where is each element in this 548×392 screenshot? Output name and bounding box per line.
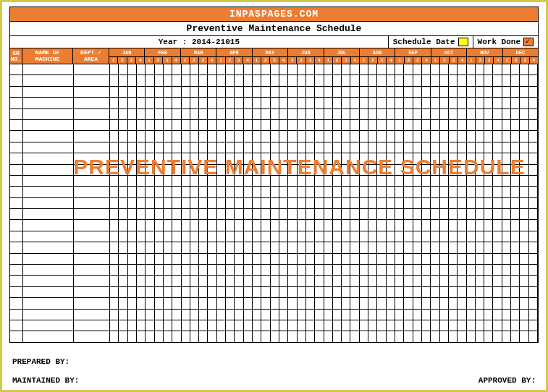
week-header: 4 — [279, 57, 288, 64]
month-header: AUG — [360, 48, 395, 57]
week-header: 1 — [288, 57, 297, 64]
table-row — [10, 254, 538, 265]
table-row — [10, 120, 538, 131]
legend-workdone-label: Work Done — [478, 38, 520, 46]
legend-schedule-label: Schedule Date — [393, 38, 455, 46]
maintained-by-label: MAINTAINED BY: — [12, 376, 79, 385]
week-header: 2 — [512, 57, 520, 64]
table-row — [10, 265, 538, 276]
table-row — [10, 165, 538, 176]
footer: PREPARED BY: MAINTAINED BY: APPROVED BY: — [2, 346, 546, 385]
week-header: 1 — [145, 57, 153, 64]
table-row — [10, 220, 538, 231]
week-header: 3 — [199, 57, 208, 64]
month-header: MAR — [181, 48, 216, 57]
table-row — [10, 98, 538, 108]
week-header: 1 — [467, 57, 476, 64]
week-header: 3 — [520, 57, 529, 64]
week-header: 3 — [127, 57, 136, 64]
week-header: 2 — [476, 57, 485, 64]
week-header: 1 — [181, 57, 190, 64]
table-row — [10, 131, 538, 142]
week-header: 1 — [216, 57, 225, 64]
approved-by-label: APPROVED BY: — [479, 376, 536, 385]
table-row — [10, 109, 538, 120]
week-header: 2 — [405, 57, 413, 64]
month-header: FEB — [145, 48, 180, 57]
week-header: 4 — [387, 57, 395, 64]
table-row — [10, 142, 538, 153]
week-header: 3 — [342, 57, 350, 64]
table-row — [10, 64, 538, 75]
column-headers: SR NO. NAME OF MACHINE DEPT./ AREA JANFE… — [9, 48, 539, 64]
week-header: 3 — [378, 57, 387, 64]
month-header: DEC — [503, 48, 539, 57]
week-header: 3 — [270, 57, 279, 64]
month-header: JUN — [288, 48, 324, 57]
month-header: JUL — [324, 48, 360, 57]
week-header: 3 — [450, 57, 458, 64]
table-row — [10, 287, 538, 298]
week-header: 4 — [351, 57, 360, 64]
week-header: 2 — [261, 57, 270, 64]
week-header: 4 — [315, 57, 324, 64]
week-header: 1 — [431, 57, 440, 64]
month-header: MAY — [253, 48, 288, 57]
table-row — [10, 231, 538, 242]
table-row — [10, 75, 538, 86]
table-row — [10, 310, 538, 320]
week-header: 2 — [154, 57, 163, 64]
schedule-swatch — [458, 38, 468, 46]
week-header: 4 — [422, 57, 431, 64]
col-dept: DEPT./ AREA — [73, 48, 109, 64]
week-header: 4 — [530, 57, 539, 64]
months-header: JANFEBMARAPRMAYJUNJULAUGSEPOCTNOVDEC — [109, 48, 539, 57]
brand-bar: INPASPAGES.COM — [9, 7, 539, 22]
table-row — [10, 187, 538, 197]
table-row — [10, 331, 538, 342]
legend-schedule: Schedule Date — [389, 36, 473, 48]
document-title: Preventive Maintenance Schedule — [9, 22, 539, 36]
table-row — [10, 298, 538, 309]
month-header: JAN — [109, 48, 145, 57]
week-header: 2 — [297, 57, 305, 64]
table-row — [10, 242, 538, 253]
week-header: 4 — [136, 57, 145, 64]
week-header: 3 — [485, 57, 494, 64]
month-header: SEP — [395, 48, 431, 57]
table-row — [10, 198, 538, 209]
week-header: 4 — [208, 57, 216, 64]
month-header: NOV — [467, 48, 502, 57]
week-header: 2 — [190, 57, 198, 64]
table-row — [10, 176, 538, 187]
week-header: 1 — [253, 57, 261, 64]
week-header: 3 — [163, 57, 172, 64]
week-header: 2 — [333, 57, 342, 64]
year-label: Year : 2014-21015 — [10, 36, 389, 48]
week-header: 3 — [306, 57, 315, 64]
week-header: 1 — [109, 57, 118, 64]
info-row: Year : 2014-21015 Schedule Date Work Don… — [9, 36, 539, 48]
week-header: 4 — [494, 57, 502, 64]
week-header: 1 — [360, 57, 368, 64]
month-header: OCT — [431, 48, 467, 57]
week-header: 4 — [172, 57, 181, 64]
table-row — [10, 209, 538, 220]
week-header: 1 — [503, 57, 512, 64]
week-header: 2 — [368, 57, 377, 64]
week-header: 3 — [235, 57, 243, 64]
week-header: 2 — [226, 57, 235, 64]
legend-workdone: Work Done — [473, 36, 538, 48]
col-sr: SR NO. — [9, 48, 22, 64]
workdone-swatch — [523, 38, 534, 46]
week-header: 4 — [243, 57, 252, 64]
week-header: 1 — [395, 57, 404, 64]
prepared-by-label: PREPARED BY: — [12, 357, 69, 366]
col-name: NAME OF MACHINE — [22, 48, 73, 64]
week-header: 3 — [413, 57, 422, 64]
week-header: 2 — [118, 57, 127, 64]
table-row — [10, 87, 538, 98]
week-header: 4 — [458, 57, 467, 64]
table-row — [10, 320, 538, 331]
table-row — [10, 153, 538, 164]
